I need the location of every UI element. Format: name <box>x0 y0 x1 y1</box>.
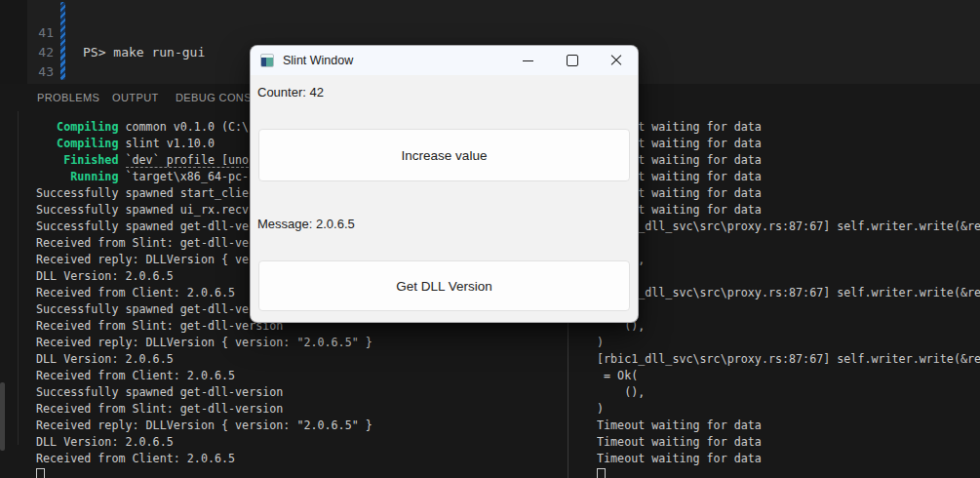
cargo-status-word: Compiling <box>36 120 118 134</box>
terminal-line: Timeout waiting for data <box>597 119 980 136</box>
slint-window-dialog: Slint Window Counter: 42 Increase value … <box>250 45 639 323</box>
terminal-line: (), <box>597 384 980 401</box>
cargo-status-word: Running <box>36 170 118 183</box>
get-dll-version-button[interactable]: Get DLL Version <box>258 260 630 311</box>
editor-line: 41 PS> make run-gui <box>0 4 980 23</box>
minimize-button[interactable] <box>506 46 550 75</box>
cargo-status-word: Finished <box>36 153 118 167</box>
terminal-line: ) <box>597 268 980 285</box>
terminal-line: [rbic1_dll_svc\src\proxy.rs:87:67] self.… <box>597 351 980 368</box>
terminal-line: (), <box>597 252 980 268</box>
editor-line: 42 <box>0 23 980 43</box>
terminal-line: Received reply: DLLVersion { version: "2… <box>36 418 568 434</box>
terminal-line: [rbic1_dll_svc\src\proxy.rs:87:67] self.… <box>597 285 980 301</box>
slint-window-icon <box>260 54 274 67</box>
terminal-line <box>597 467 980 478</box>
terminal-line: Timeout waiting for data <box>597 185 980 202</box>
terminal-left-edge-line <box>18 111 19 445</box>
terminal-line: = Ok( <box>597 235 980 252</box>
maximize-icon <box>567 55 578 66</box>
terminal-line: DLL Version: 2.0.6.5 <box>36 351 568 368</box>
terminal-cursor <box>597 468 606 478</box>
window-controls <box>506 46 638 75</box>
minimize-icon <box>523 60 533 61</box>
terminal-scrollbar[interactable] <box>0 382 5 451</box>
terminal-line: Received reply: DLLVersion { version: "2… <box>36 335 568 351</box>
terminal-line: Timeout waiting for data <box>597 418 980 434</box>
cargo-status-word: Compiling <box>36 137 118 150</box>
terminal-line: Timeout waiting for data <box>597 152 980 169</box>
terminal-line: [rbic1_dll_svc\src\proxy.rs:87:67] self.… <box>597 219 980 235</box>
terminal-line: ) <box>597 335 980 351</box>
tab-problems[interactable]: PROBLEMS <box>37 84 99 111</box>
terminal-line: Successfully spawned get-dll-version <box>36 384 568 401</box>
vscode-window: 41 PS> make run-gui 42 43 ## if you pref… <box>0 0 980 478</box>
tab-output[interactable]: OUTPUT <box>112 84 159 111</box>
close-button[interactable] <box>594 46 638 75</box>
dialog-title: Slint Window <box>283 46 353 75</box>
terminal-line: = Ok( <box>597 301 980 318</box>
increase-value-button[interactable]: Increase value <box>258 129 630 181</box>
terminal-line: DLL Version: 2.0.6.5 <box>36 434 568 451</box>
dialog-titlebar[interactable]: Slint Window <box>251 46 638 75</box>
terminal-line: Received from Client: 2.0.6.5 <box>36 368 568 384</box>
terminal-line: Received from Client: 2.0.6.5 <box>36 451 568 467</box>
message-label: Message: 2.0.6.5 <box>257 217 355 231</box>
terminal-line: Timeout waiting for data <box>597 169 980 185</box>
terminal-line <box>36 467 568 478</box>
terminal-cursor <box>36 468 45 478</box>
terminal-line: (), <box>597 318 980 335</box>
counter-label: Counter: 42 <box>257 85 324 100</box>
terminal-line: = Ok( <box>597 368 980 384</box>
terminal-line: Timeout waiting for data <box>597 202 980 219</box>
terminal-line: Timeout waiting for data <box>597 434 980 451</box>
terminal-line: Timeout waiting for data <box>597 451 980 467</box>
terminal-line: Timeout waiting for data <box>597 136 980 152</box>
terminal-link-text[interactable]: `dev` profile [uno <box>126 153 250 168</box>
terminal-line: Received from Slint: get-dll-version <box>36 401 568 418</box>
close-icon <box>610 55 622 66</box>
terminal-pane-client[interactable]: Timeout waiting for dataTimeout waiting … <box>597 119 980 478</box>
maximize-button[interactable] <box>550 46 594 75</box>
terminal-line: ) <box>597 401 980 418</box>
